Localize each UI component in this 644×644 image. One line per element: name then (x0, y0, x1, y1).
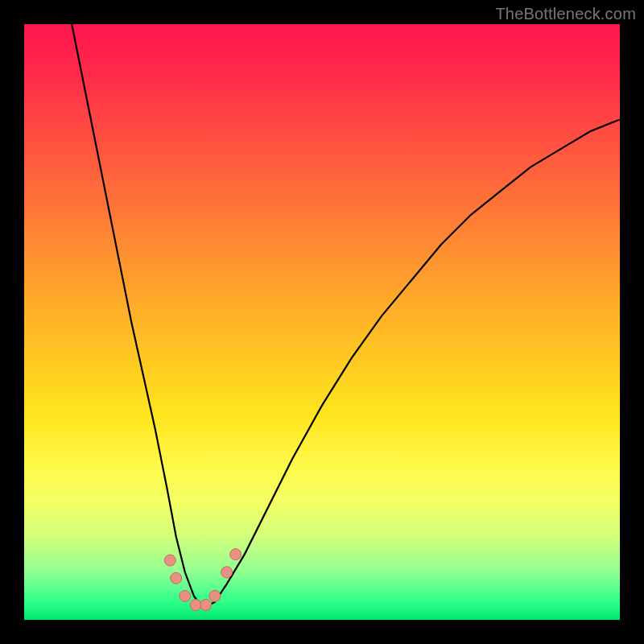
chart-plot-area (24, 24, 620, 620)
bottleneck-curve-line (72, 24, 620, 608)
curve-marker (221, 567, 233, 578)
curve-marker (190, 600, 201, 611)
curve-marker (171, 572, 182, 584)
curve-marker (230, 549, 242, 560)
bottleneck-chart (24, 24, 620, 620)
curve-marker (180, 590, 191, 601)
watermark-text: TheBottleneck.com (495, 5, 636, 23)
curve-marker (200, 600, 212, 611)
curve-marker (209, 590, 221, 601)
curve-marker (164, 555, 175, 566)
